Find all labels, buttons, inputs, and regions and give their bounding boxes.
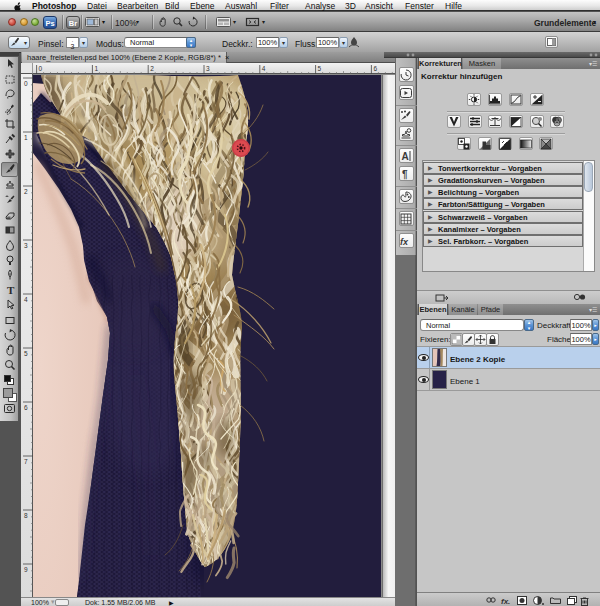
svg-text:4: 4 — [24, 296, 28, 303]
svg-text:6: 6 — [373, 65, 377, 72]
svg-text:fx: fx — [400, 237, 409, 247]
svg-text:3: 3 — [24, 242, 28, 249]
svg-text:5: 5 — [318, 65, 322, 72]
svg-text:fx.: fx. — [501, 597, 510, 605]
svg-text:A: A — [402, 151, 409, 162]
svg-text:0: 0 — [24, 80, 28, 87]
svg-text:6: 6 — [24, 404, 28, 411]
svg-text:8: 8 — [24, 512, 28, 519]
svg-text:2: 2 — [150, 65, 154, 72]
svg-text:9: 9 — [24, 566, 28, 573]
svg-text:7: 7 — [24, 458, 28, 465]
svg-text:0: 0 — [39, 65, 43, 72]
svg-text:3: 3 — [206, 65, 210, 72]
svg-text:4: 4 — [262, 65, 266, 72]
svg-text:1: 1 — [24, 134, 28, 141]
svg-text:T: T — [7, 284, 15, 296]
svg-text:1: 1 — [94, 65, 98, 72]
svg-text:2: 2 — [24, 188, 28, 195]
svg-text:¶: ¶ — [402, 169, 408, 180]
svg-text:5: 5 — [24, 350, 28, 357]
